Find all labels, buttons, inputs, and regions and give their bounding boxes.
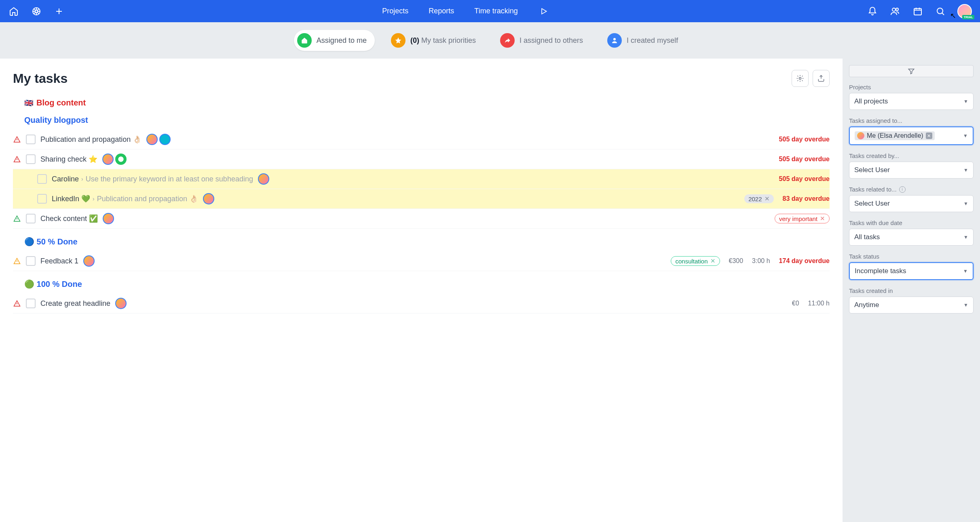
task-time: 3:00 h — [752, 257, 770, 265]
filter-label-assigned-to: Tasks assigned to... — [849, 117, 974, 124]
home-icon[interactable] — [8, 6, 19, 17]
share-icon — [500, 33, 515, 48]
info-icon[interactable]: i — [899, 186, 906, 193]
play-icon[interactable] — [538, 6, 549, 17]
group-blog[interactable]: 🇬🇧Blog content — [24, 98, 830, 107]
task-row[interactable]: LinkedIn 💚 › Publication and propagation… — [13, 189, 830, 209]
person-icon — [607, 33, 622, 48]
nav-reports[interactable]: Reports — [429, 7, 454, 15]
task-avatars — [115, 298, 127, 309]
filter-label-status: Task status — [849, 253, 974, 260]
task-checkbox[interactable] — [26, 256, 36, 266]
task-avatars — [258, 173, 269, 185]
task-row[interactable]: Caroline › Use the primary keyword in at… — [13, 169, 830, 189]
search-icon[interactable] — [935, 6, 946, 17]
pill-created-myself[interactable]: I created myself — [604, 30, 686, 51]
select-related-to[interactable]: Select User▼ — [849, 195, 974, 212]
svg-rect-4 — [914, 8, 921, 15]
task-checkbox[interactable] — [26, 299, 36, 308]
task-name: LinkedIn 💚 › Publication and propagation… — [52, 194, 198, 203]
pill-prefix: (0) — [410, 36, 419, 44]
export-button[interactable] — [813, 70, 830, 87]
task-row[interactable]: Check content ✅very important ✕ — [13, 209, 830, 229]
settings-button[interactable] — [792, 70, 809, 87]
task-row[interactable]: Create great headline€011:00 h — [13, 294, 830, 314]
alert-icon — [13, 257, 21, 265]
task-name: Caroline › Use the primary keyword in at… — [52, 175, 253, 183]
task-overdue: 505 day overdue — [779, 156, 830, 163]
task-name: Sharing check ⭐ — [40, 155, 97, 164]
pill-label: I created myself — [627, 36, 678, 45]
nav-time-tracking[interactable]: Time tracking — [474, 7, 517, 15]
pill-label: My task priorities — [421, 36, 476, 44]
pill-assigned-others[interactable]: I assigned to others — [497, 30, 591, 51]
task-meta: €011:00 h — [792, 300, 830, 307]
task-row[interactable]: Feedback 1consultation ✕€3003:00 h174 da… — [13, 251, 830, 271]
task-row[interactable]: Publication and propagation 👌🏻505 day ov… — [13, 130, 830, 149]
calendar-icon[interactable] — [912, 6, 923, 17]
avatar-icon — [146, 134, 158, 145]
subgroup-title-text: 🔵 50 % Done — [24, 237, 78, 246]
tag[interactable]: very important ✕ — [775, 214, 830, 223]
subgroup-fifty[interactable]: 🔵 50 % Done — [24, 237, 830, 246]
star-icon — [391, 33, 406, 48]
select-assigned-to[interactable]: Me (Elsa Arendelle) ✕ ▼ — [849, 126, 974, 145]
task-crumb: LinkedIn 💚 — [52, 194, 90, 203]
svg-point-5 — [937, 8, 943, 14]
task-meta: 505 day overdue — [779, 156, 830, 163]
tag[interactable]: 2022 ✕ — [744, 194, 773, 203]
task-checkbox[interactable] — [26, 154, 36, 164]
select-projects[interactable]: All projects▼ — [849, 93, 974, 110]
task-checkbox[interactable] — [26, 135, 36, 144]
task-checkbox[interactable] — [26, 214, 36, 223]
task-row[interactable]: Sharing check ⭐505 day overdue — [13, 149, 830, 169]
user-avatar[interactable]: TRIAL ↖ — [957, 4, 972, 19]
pill-priorities[interactable]: (0) My task priorities — [388, 30, 484, 51]
task-avatars — [203, 193, 214, 204]
pill-label: I assigned to others — [520, 36, 583, 45]
tag[interactable]: consultation ✕ — [671, 256, 720, 266]
subgroup-title-text: Quality blogpost — [24, 116, 88, 125]
page-title: My tasks — [13, 71, 68, 86]
select-created-by[interactable]: Select User▼ — [849, 162, 974, 179]
task-checkbox[interactable] — [37, 174, 47, 184]
svg-point-3 — [896, 8, 898, 11]
alert-icon — [13, 300, 21, 307]
tag-remove[interactable]: ✕ — [710, 257, 716, 265]
alert-icon — [13, 215, 21, 222]
wheel-icon[interactable] — [31, 6, 42, 17]
chip-remove[interactable]: ✕ — [926, 133, 932, 139]
task-crumb: Caroline — [52, 175, 79, 183]
tag-remove[interactable]: ✕ — [820, 215, 825, 222]
filter-label-created-by: Tasks created by... — [849, 152, 974, 159]
trial-badge: TRIAL — [962, 15, 974, 19]
pill-label: Assigned to me — [317, 36, 367, 45]
crumb-sep-icon: › — [81, 176, 83, 182]
select-due-date[interactable]: All tasks▼ — [849, 229, 974, 246]
avatar-icon — [102, 154, 114, 165]
filter-toggle[interactable] — [849, 65, 974, 77]
plus-icon[interactable] — [53, 6, 65, 17]
avatar-icon — [857, 132, 864, 139]
pill-assigned-to-me[interactable]: Assigned to me — [294, 30, 375, 51]
main-content: Help My tasks 🇬🇧Blog contentQuality blog… — [0, 59, 843, 522]
task-title-text: Feedback 1 — [40, 257, 78, 265]
bell-icon[interactable] — [867, 6, 878, 17]
task-avatars — [83, 255, 95, 267]
avatar-icon — [203, 193, 214, 204]
select-status[interactable]: Incomplete tasks▼ — [849, 262, 974, 280]
subgroup-quality[interactable]: Quality blogpost — [24, 116, 830, 125]
task-checkbox[interactable] — [37, 194, 47, 204]
avatar-icon — [115, 154, 127, 165]
subgroup-title-text: 🟢 100 % Done — [24, 279, 82, 289]
crumb-sep-icon: › — [93, 196, 95, 202]
cursor-icon: ↖ — [950, 11, 954, 20]
nav-projects[interactable]: Projects — [382, 7, 408, 15]
filter-label-created-in: Tasks created in — [849, 287, 974, 294]
subgroup-hundred[interactable]: 🟢 100 % Done — [24, 279, 830, 289]
task-time: 11:00 h — [808, 300, 830, 307]
people-icon[interactable] — [889, 6, 901, 17]
select-created-in[interactable]: Anytime▼ — [849, 297, 974, 314]
alert-icon — [13, 156, 21, 163]
tag-remove[interactable]: ✕ — [765, 195, 770, 202]
